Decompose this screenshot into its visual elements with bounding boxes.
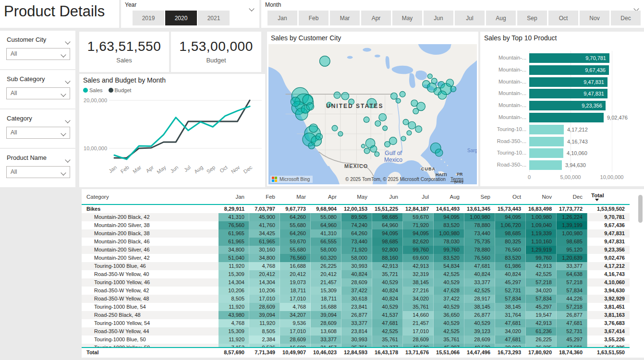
chevron-down-icon[interactable] — [66, 76, 70, 85]
category-dropdown[interactable]: All — [6, 127, 70, 139]
table-row-mountain-200-black-42[interactable]: Mountain-200 Black, 4241,31045,90064,260… — [82, 213, 630, 221]
table-row-touring-1000-blue-50[interactable]: Touring-1000 Blue, 5011,9202,38428,60933… — [82, 336, 630, 344]
city-sales-bubble[interactable] — [446, 79, 454, 87]
column-header-nov[interactable]: Nov — [526, 194, 557, 200]
bar-4[interactable]: 9,47,831 — [529, 89, 608, 98]
month-option-jul[interactable]: Jul — [455, 11, 485, 25]
table-row-touring-1000-yellow-50[interactable]: Touring-1000 Yellow, 507,1529,53616,6882… — [82, 344, 630, 347]
table-row-touring-1000-yellow-46[interactable]: Touring-1000 Yellow, 4614,30414,30419,07… — [82, 278, 630, 287]
city-sales-bubble[interactable] — [375, 120, 381, 126]
table-row-touring-1000-blue-54[interactable]: Touring-1000 Blue, 5411,92028,6094,76816… — [82, 303, 630, 311]
sub-category-dropdown[interactable]: All — [6, 87, 70, 99]
city-sales-bubble[interactable] — [334, 92, 340, 98]
city-sales-bubble[interactable] — [316, 133, 323, 140]
month-option-apr[interactable]: Apr — [361, 11, 391, 25]
column-header-jun[interactable]: Jun — [372, 194, 403, 200]
table-row-mountain-200-silver-46[interactable]: Mountain-200 Silver, 4634,80030,16055,68… — [82, 246, 630, 254]
column-header-oct[interactable]: Oct — [495, 194, 526, 200]
month-option-oct[interactable]: Oct — [548, 11, 578, 25]
table-row-touring-1000-blue-46[interactable]: Touring-1000 Blue, 4611,9204,76816,68826… — [82, 262, 630, 270]
city-sales-bubble[interactable] — [361, 144, 365, 148]
city-sales-bubble[interactable] — [291, 97, 300, 107]
city-sales-bubble[interactable] — [431, 78, 437, 84]
city-sales-bubble[interactable] — [390, 93, 397, 99]
city-sales-bubble[interactable] — [338, 132, 343, 136]
table-row-group-bikes[interactable]: Bikes8,29,9117,03,7979,67,7739,68,90412,… — [82, 205, 630, 213]
column-header-jul[interactable]: Jul — [403, 194, 434, 200]
city-sales-bubble[interactable] — [400, 91, 405, 97]
table-row-road-350-w-yellow-44[interactable]: Road-350-W Yellow, 4415,3098,50517,01013… — [82, 327, 630, 336]
column-header-dec[interactable]: Dec — [557, 194, 587, 200]
scrollbar-thumb[interactable] — [638, 195, 643, 223]
column-header-feb[interactable]: Feb — [249, 194, 280, 200]
bing-logo[interactable]: Microsoft Bing — [270, 176, 313, 183]
bar-10[interactable] — [529, 160, 562, 170]
map-terms-link[interactable]: Terms — [450, 177, 463, 182]
bar-8[interactable] — [529, 137, 564, 146]
bar-9[interactable] — [529, 148, 563, 158]
column-header-apr[interactable]: Apr — [311, 194, 341, 200]
city-sales-bubble[interactable] — [364, 117, 369, 122]
month-option-may[interactable]: May — [392, 11, 422, 25]
product-name-dropdown[interactable]: All — [6, 166, 70, 178]
city-sales-bubble[interactable] — [364, 148, 370, 154]
line-series-budget[interactable] — [114, 100, 250, 158]
month-option-jan[interactable]: Jan — [267, 11, 297, 25]
city-sales-bubble[interactable] — [308, 142, 315, 149]
year-option-2019[interactable]: 2019 — [133, 11, 164, 25]
column-header-sep[interactable]: Sep — [464, 194, 495, 200]
column-header-may[interactable]: May — [341, 194, 372, 200]
month-option-aug[interactable]: Aug — [486, 11, 516, 25]
city-sales-bubble[interactable] — [396, 98, 401, 103]
month-option-sep[interactable]: Sep — [517, 11, 547, 25]
city-sales-bubble[interactable] — [320, 56, 330, 67]
city-sales-bubble[interactable] — [413, 108, 419, 114]
column-header-jan[interactable]: Jan — [219, 194, 249, 200]
bar-6[interactable] — [529, 113, 604, 122]
table-row-mountain-200-black-38[interactable]: Mountain-200 Black, 3861,96534,42564,260… — [82, 229, 630, 238]
city-sales-bubble[interactable] — [438, 91, 447, 99]
city-sales-bubble[interactable] — [408, 121, 416, 129]
table-row-road-350-w-yellow-48[interactable]: Road-350-W Yellow, 488,50517,01017,01018… — [82, 295, 630, 303]
city-sales-bubble[interactable] — [415, 126, 422, 132]
table-row-mountain-200-silver-38[interactable]: Mountain-200 Silver, 3876,56041,76055,68… — [82, 221, 630, 229]
table-row-road-250-black-48[interactable]: Road-250 Black, 4843,98039,09434,20739,0… — [82, 311, 630, 319]
table-scrollbar[interactable] — [638, 193, 643, 354]
year-option-2021[interactable]: 2021 — [198, 11, 230, 25]
city-sales-bubble[interactable] — [309, 124, 318, 132]
city-sales-bubble[interactable] — [427, 74, 432, 79]
table-row-road-350-w-yellow-42[interactable]: Road-350-W Yellow, 4210,20610,20618,7111… — [82, 287, 630, 295]
city-sales-bubble[interactable] — [450, 86, 456, 92]
city-sales-bubble[interactable] — [407, 131, 412, 135]
chevron-down-icon[interactable] — [66, 116, 70, 124]
year-option-2020[interactable]: 2020 — [165, 11, 197, 25]
city-sales-bubble[interactable] — [383, 126, 388, 131]
customer-city-dropdown[interactable]: All — [6, 48, 70, 60]
chevron-down-icon[interactable] — [250, 4, 254, 12]
bar-2[interactable]: 9,67,436 — [529, 65, 609, 75]
city-sales-bubble[interactable] — [341, 92, 349, 100]
month-option-feb[interactable]: Feb — [299, 11, 328, 25]
bing-map[interactable]: UNITED STATES MEXICO Gulf of Mexico CUBA… — [268, 44, 477, 184]
column-header-aug[interactable]: Aug — [434, 194, 464, 200]
chevron-down-icon[interactable] — [66, 37, 70, 46]
city-sales-bubble[interactable] — [332, 125, 338, 131]
month-option-dec[interactable]: Dec — [611, 11, 641, 25]
bar-5[interactable]: 9,23,356 — [529, 101, 606, 110]
table-row-mountain-200-black-46[interactable]: Mountain-200 Black, 4661,96561,96559,670… — [82, 238, 630, 246]
city-sales-bubble[interactable] — [306, 103, 314, 110]
city-sales-bubble[interactable] — [379, 114, 387, 121]
city-sales-bubble[interactable] — [401, 136, 406, 141]
table-row-mountain-200-silver-42[interactable]: Mountain-200 Silver, 4251,04034,80076,56… — [82, 254, 630, 262]
column-header-total[interactable]: Total — [587, 192, 630, 201]
bar-1[interactable]: 9,70,781 — [529, 53, 609, 63]
column-header-category[interactable]: Category — [82, 194, 219, 200]
chevron-down-icon[interactable] — [66, 155, 70, 164]
city-sales-bubble[interactable] — [435, 149, 443, 156]
city-sales-bubble[interactable] — [403, 119, 409, 125]
bar-3[interactable]: 9,47,831 — [529, 77, 608, 87]
month-option-nov[interactable]: Nov — [580, 11, 609, 25]
bar-7[interactable] — [529, 125, 564, 134]
table-row-touring-1000-yellow-54[interactable]: Touring-1000 Yellow, 544,76811,9209,5362… — [82, 319, 630, 327]
month-option-jun[interactable]: Jun — [424, 11, 453, 25]
